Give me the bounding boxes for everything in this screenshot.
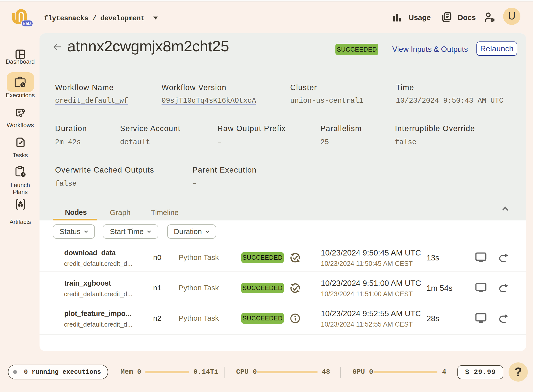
svg-text:Beta: Beta: [23, 21, 32, 26]
